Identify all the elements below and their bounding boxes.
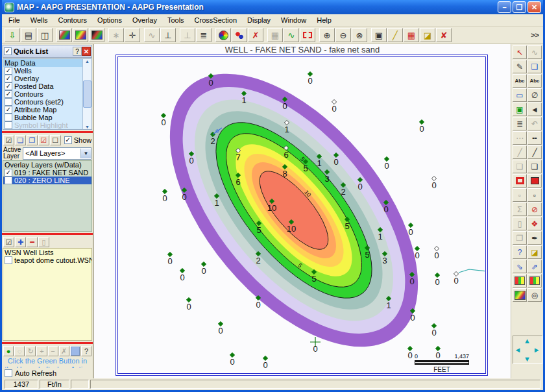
item-checkbox[interactable]: ✓ xyxy=(5,169,12,177)
quick-list-item[interactable]: Symbol Highlight xyxy=(3,121,91,129)
arrow-left-button[interactable]: ◄ xyxy=(527,103,542,116)
copy-layer-button[interactable]: ❏ xyxy=(15,135,26,145)
chevron-down-icon[interactable]: ▼ xyxy=(80,149,91,158)
new-map-button[interactable] xyxy=(56,28,72,42)
quick-list-item[interactable]: Contours (set2) xyxy=(3,98,91,106)
menu-file[interactable]: File xyxy=(3,15,25,25)
pan-down-icon[interactable]: ▼ xyxy=(524,355,531,363)
red-filled-rect-button[interactable] xyxy=(527,174,542,188)
text-multi-button[interactable]: Abc xyxy=(527,74,542,88)
item-checkbox[interactable] xyxy=(5,98,12,106)
red-outline-rect-button[interactable] xyxy=(513,174,527,188)
scroll-thumb[interactable] xyxy=(83,80,91,108)
item-checkbox[interactable]: ✓ xyxy=(5,82,12,90)
dots-disabled-button[interactable]: ⋯ xyxy=(513,131,527,145)
wsn-trash-button[interactable]: ▯ xyxy=(38,237,49,247)
quick-list-scrollbar[interactable]: ▲ ▼ xyxy=(82,59,91,129)
menu-window[interactable]: Window xyxy=(276,15,311,25)
eraser-button[interactable]: ◪ xyxy=(420,28,435,42)
ink-pen-button[interactable]: ✒ xyxy=(527,231,542,245)
measure-button[interactable]: ╱ xyxy=(387,28,403,42)
select-cursor-button[interactable]: ↖ xyxy=(513,45,527,59)
close-map-button[interactable] xyxy=(89,28,104,42)
line-button[interactable]: ╱ xyxy=(527,145,542,159)
overlay-layer-item[interactable]: 020 : ZERO LINE xyxy=(3,177,91,184)
panel-help-button[interactable]: ? xyxy=(81,346,91,356)
quick-list-group-map-data[interactable]: Map Data xyxy=(3,59,91,67)
item-checkbox[interactable]: ✓ xyxy=(5,67,12,75)
posted-wells-button[interactable]: ✛ xyxy=(125,28,140,42)
line-disabled-button[interactable]: ╱ xyxy=(513,145,527,159)
menu-display[interactable]: Display xyxy=(242,15,276,25)
menu-overlay[interactable]: Overlay xyxy=(127,15,162,25)
item-checkbox[interactable]: ✓ xyxy=(5,75,12,82)
quick-list-item[interactable]: ✓Posted Data xyxy=(3,82,91,90)
quick-list-close-button[interactable]: ✕ xyxy=(82,47,91,56)
wsn-add-button[interactable]: ✚ xyxy=(15,237,26,247)
copy-shapes-button[interactable]: ❏ xyxy=(527,160,542,173)
item-checkbox[interactable] xyxy=(5,177,12,184)
menu-crosssection[interactable]: CrossSection xyxy=(189,15,242,25)
menu-contours[interactable]: Contours xyxy=(53,15,92,25)
cancel-disabled-button[interactable]: ✗ xyxy=(59,346,69,356)
zoom-in-button[interactable]: ⊕ xyxy=(319,28,335,42)
scroll-up-icon[interactable]: ▲ xyxy=(85,59,90,64)
grid-disabled-button[interactable]: ▦ xyxy=(267,28,283,42)
remove-disabled-button[interactable]: − xyxy=(48,346,58,356)
bubble-map-button[interactable] xyxy=(232,28,247,42)
item-checkbox[interactable]: ✓ xyxy=(5,106,12,114)
color-wheel-button[interactable] xyxy=(215,28,231,42)
red-check-button[interactable]: ☑ xyxy=(38,135,49,145)
undo-disabled-button[interactable]: ↶ xyxy=(527,117,542,130)
zoom-window-button[interactable]: ⊗ xyxy=(352,28,367,42)
redo-disabled-button[interactable]: ↻ xyxy=(25,346,36,356)
open-map-button[interactable] xyxy=(73,28,88,42)
digitize-disabled-button[interactable]: ∿ xyxy=(527,45,542,59)
help-button[interactable]: ? xyxy=(513,245,527,259)
well-symbol-button[interactable]: ⊥ xyxy=(160,28,176,42)
export-layer-button[interactable]: ⇗ xyxy=(527,260,542,273)
add-disabled-button[interactable]: + xyxy=(36,346,47,356)
spreadsheet-button[interactable]: ▦ xyxy=(404,28,419,42)
contour-map[interactable]: 5105000100012760851030206000110010551000… xyxy=(119,58,485,373)
quick-list-item[interactable]: Bubble Map xyxy=(3,114,91,121)
posting-disabled-button[interactable]: ⊥ xyxy=(180,28,195,42)
item-checkbox[interactable]: ✓ xyxy=(5,90,12,98)
pan-right-icon[interactable]: ► xyxy=(533,346,540,354)
copy-shapes-disabled-button[interactable]: ❏ xyxy=(513,160,527,173)
close-button[interactable]: ✕ xyxy=(527,1,541,13)
shape-edit-button[interactable]: ❖ xyxy=(527,217,542,230)
quick-list-item[interactable]: ✓Overlay xyxy=(3,75,91,82)
import-button[interactable]: ⇩ xyxy=(5,28,20,42)
eraser-shape-button[interactable]: ◪ xyxy=(527,245,542,259)
toolbar-overflow-chevron[interactable]: >> xyxy=(531,31,539,39)
empty-set-button[interactable]: ∅ xyxy=(527,88,542,102)
paste-layer-button[interactable]: ❐ xyxy=(27,135,38,145)
refresh-green-button[interactable]: ● xyxy=(3,346,14,356)
maximize-button[interactable]: ❐ xyxy=(513,1,526,13)
quick-list-help-button[interactable]: ? xyxy=(73,47,82,56)
map-canvas[interactable]: WELL - FAKE NET SAND - fake net sand 510… xyxy=(94,44,511,378)
post-wells-disabled-button[interactable]: ∗ xyxy=(108,28,124,42)
wsn-remove-button[interactable]: ━ xyxy=(27,237,38,247)
menu-tools[interactable]: Tools xyxy=(162,15,189,25)
print-preview-button[interactable]: ◫ xyxy=(37,28,53,42)
paste-disabled-button[interactable]: ❐ xyxy=(513,231,527,245)
zoom-help-button[interactable]: ◎ xyxy=(527,288,542,302)
pencil-button[interactable]: ✎ xyxy=(513,60,527,73)
well-list-button[interactable]: ≣ xyxy=(196,28,212,42)
item-checkbox[interactable] xyxy=(5,121,12,129)
image-frame-button[interactable]: ▣ xyxy=(513,103,527,116)
quick-list-checkbox[interactable]: ✓ xyxy=(4,47,12,55)
uncheck-button[interactable]: ☐ xyxy=(50,135,61,145)
trash-disabled-button[interactable]: ▯ xyxy=(513,217,527,230)
wsn-list-item[interactable]: teapot dome cutout.WSN xyxy=(3,256,91,264)
aoi-button[interactable] xyxy=(300,28,315,42)
item-checkbox[interactable] xyxy=(5,129,12,130)
blue-box-button[interactable] xyxy=(70,346,80,356)
auto-refresh-checkbox[interactable] xyxy=(5,369,12,377)
well-section-disabled-button[interactable]: ∿ xyxy=(144,28,160,42)
no-entry-button[interactable]: ⊘ xyxy=(527,202,542,216)
overlay-layer-item[interactable]: ✓019 : FAKE NET SAND xyxy=(3,169,91,177)
minimize-button[interactable]: – xyxy=(498,1,511,13)
